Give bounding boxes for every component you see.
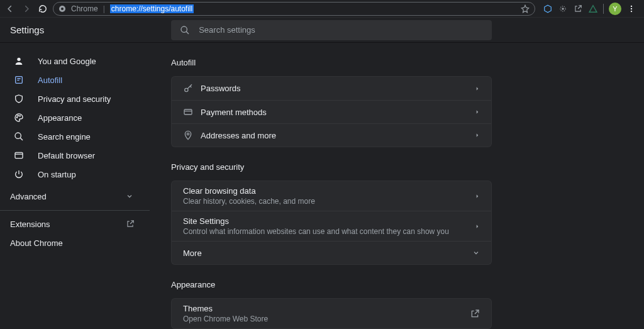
sidebar-item-privacy[interactable]: Privacy and security <box>0 89 150 108</box>
sidebar-item-default-browser[interactable]: Default browser <box>0 146 150 165</box>
sidebar-item-search-engine[interactable]: Search engine <box>0 127 150 146</box>
settings-content[interactable]: Autofill Passwords Payment methods Addre… <box>150 43 644 329</box>
autofill-card: Passwords Payment methods Addresses and … <box>171 76 492 147</box>
sidebar-item-label: Search engine <box>38 132 91 142</box>
sidebar-item-appearance[interactable]: Appearance <box>0 108 150 127</box>
svg-point-3 <box>631 5 632 6</box>
extension-icon-2[interactable] <box>558 4 568 14</box>
section-title-autofill: Autofill <box>171 58 644 67</box>
svg-rect-15 <box>184 109 192 114</box>
sidebar-about-link[interactable]: About Chrome <box>0 233 150 252</box>
browser-toolbar: Chrome | chrome://settings/autofill Y <box>0 0 644 18</box>
svg-point-9 <box>16 117 17 118</box>
chevron-right-icon <box>475 132 480 138</box>
extension-icons: Y <box>539 3 640 15</box>
sidebar-item-you-and-google[interactable]: You and Google <box>0 52 150 70</box>
open-external-icon <box>126 220 135 228</box>
sidebar-item-label: Appearance <box>38 113 82 123</box>
about-label: About Chrome <box>10 238 63 248</box>
row-label: Themes <box>183 304 470 313</box>
extension-icon-1[interactable] <box>543 4 553 14</box>
privacy-card: Clear browsing data Clear history, cooki… <box>171 181 492 265</box>
section-title-appearance: Appearance <box>171 280 644 289</box>
chevron-down-icon <box>472 249 480 257</box>
profile-avatar[interactable]: Y <box>609 3 621 15</box>
person-icon <box>13 56 25 66</box>
section-title-privacy: Privacy and security <box>171 162 644 172</box>
location-icon <box>183 130 201 140</box>
url-chip: Chrome <box>71 4 98 13</box>
url-separator: | <box>103 4 105 13</box>
row-label: Payment methods <box>201 108 475 117</box>
search-input[interactable] <box>199 25 483 35</box>
forward-button[interactable] <box>20 3 33 15</box>
row-label: Passwords <box>201 84 475 93</box>
sidebar-item-label: Default browser <box>38 151 95 160</box>
autofill-icon <box>13 75 25 85</box>
svg-point-6 <box>181 26 187 32</box>
browser-icon <box>13 150 25 160</box>
row-label: Site Settings <box>183 216 475 226</box>
toolbar-divider <box>603 4 604 14</box>
svg-point-10 <box>18 115 18 116</box>
card-icon <box>183 107 201 117</box>
site-info-icon <box>58 5 66 13</box>
sidebar-item-on-startup[interactable]: On startup <box>0 165 150 184</box>
menu-button[interactable] <box>626 4 636 14</box>
chevron-right-icon <box>475 109 480 115</box>
chevron-down-icon <box>126 192 133 200</box>
sidebar-item-label: On startup <box>38 170 76 179</box>
appearance-card: Themes Open Chrome Web Store <box>171 298 492 329</box>
svg-point-12 <box>15 133 21 138</box>
reload-button[interactable] <box>36 3 49 15</box>
search-icon <box>180 25 190 35</box>
url-text: chrome://settings/autofill <box>110 4 194 13</box>
avatar-initial: Y <box>613 5 617 13</box>
settings-header: Settings <box>0 18 644 43</box>
sidebar-item-label: Privacy and security <box>38 94 111 104</box>
row-label: Clear browsing data <box>183 186 475 196</box>
row-subtitle: Clear history, cookies, cache, and more <box>183 197 475 206</box>
palette-icon <box>13 113 25 123</box>
sidebar-extensions-link[interactable]: Extensions <box>0 215 150 233</box>
sidebar-item-autofill[interactable]: Autofill <box>0 70 150 89</box>
row-themes[interactable]: Themes Open Chrome Web Store <box>172 299 491 328</box>
address-bar[interactable]: Chrome | chrome://settings/autofill <box>53 2 535 16</box>
shield-icon <box>13 94 25 104</box>
svg-point-2 <box>562 8 564 10</box>
sidebar-advanced-toggle[interactable]: Advanced <box>0 186 150 206</box>
sidebar-separator <box>0 210 150 211</box>
svg-point-11 <box>19 116 20 116</box>
svg-point-1 <box>61 8 64 10</box>
svg-rect-13 <box>15 152 23 158</box>
back-button[interactable] <box>4 3 16 15</box>
row-subtitle: Control what information websites can us… <box>183 227 475 236</box>
bookmark-star-icon[interactable] <box>521 4 530 13</box>
row-payment-methods[interactable]: Payment methods <box>172 100 491 123</box>
key-icon <box>183 84 201 94</box>
svg-point-4 <box>631 8 632 9</box>
open-external-icon <box>470 309 480 319</box>
row-clear-browsing-data[interactable]: Clear browsing data Clear history, cooki… <box>172 181 491 211</box>
row-passwords[interactable]: Passwords <box>172 77 491 100</box>
svg-point-5 <box>631 10 632 11</box>
advanced-label: Advanced <box>10 192 47 201</box>
svg-point-16 <box>187 133 189 135</box>
row-more[interactable]: More <box>172 241 491 264</box>
page-title: Settings <box>10 25 44 35</box>
extension-icon-4[interactable] <box>588 4 598 14</box>
row-label: Addresses and more <box>201 131 475 140</box>
row-subtitle: Open Chrome Web Store <box>183 315 470 323</box>
row-label: More <box>183 248 472 258</box>
search-icon <box>13 131 25 142</box>
sidebar-item-label: You and Google <box>38 57 96 66</box>
chevron-right-icon <box>475 86 480 92</box>
chevron-right-icon <box>475 193 480 199</box>
row-site-settings[interactable]: Site Settings Control what information w… <box>172 211 491 241</box>
extensions-label: Extensions <box>10 220 50 229</box>
row-addresses[interactable]: Addresses and more <box>172 123 491 147</box>
extension-icon-3[interactable] <box>573 4 583 14</box>
settings-search[interactable] <box>171 20 492 40</box>
chevron-right-icon <box>475 223 480 230</box>
settings-sidebar: You and Google Autofill Privacy and secu… <box>0 43 150 329</box>
